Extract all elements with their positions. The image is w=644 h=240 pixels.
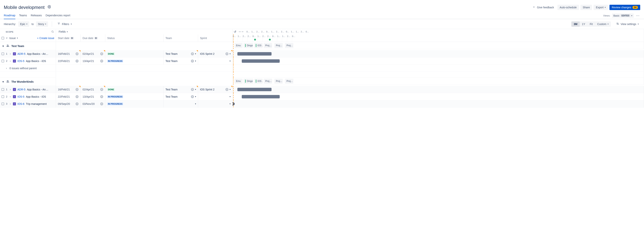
timeline-cell[interactable] [233, 100, 644, 107]
sprint-cell[interactable]: IOS Sprint 2✕▾ [198, 86, 233, 93]
share-button[interactable]: Share [580, 5, 592, 10]
chevron-right-icon[interactable]: › [9, 95, 12, 98]
select-all-checkbox[interactable] [2, 37, 4, 39]
zoom-fit[interactable]: Fit [588, 21, 595, 27]
sprint-cell[interactable]: ▾ [198, 100, 233, 107]
clear-icon[interactable]: ✕ [76, 59, 78, 62]
clear-icon[interactable]: ✕ [100, 59, 103, 62]
team-cell[interactable]: ▾ [164, 100, 198, 107]
status-cell[interactable]: DONE [105, 86, 164, 93]
chevron-down-icon[interactable]: ▾ [195, 96, 196, 98]
issue-summary[interactable]: App Basics - iOS [26, 95, 46, 98]
timeline-cell[interactable] [233, 57, 644, 65]
row-checkbox[interactable] [2, 95, 4, 98]
timeline-cell[interactable] [233, 50, 644, 57]
compress-icon[interactable]: →← [238, 29, 244, 34]
issue-row-scope[interactable]: 3 › IOS-6 Trip management [0, 100, 56, 107]
due-date-cell[interactable]: 13/Apr/21✕ [81, 93, 105, 100]
start-date-cell[interactable]: 22/Feb/21✕ [56, 93, 81, 100]
schedule-bar[interactable] [242, 95, 280, 98]
row-checkbox[interactable] [2, 103, 4, 105]
release-block[interactable]: Proj… [264, 79, 272, 84]
clear-icon[interactable]: ✕ [100, 52, 103, 55]
issue-column-dropdown[interactable]: Issue ▾ [9, 37, 18, 40]
clear-icon[interactable]: ✕ [226, 52, 228, 55]
start-date-cell[interactable]: 16/Feb/21✕ [56, 86, 81, 93]
hierarchy-to-select[interactable]: Story ▾ [36, 21, 48, 27]
chevron-down-icon[interactable]: ▾ [230, 96, 230, 98]
chevron-down-icon[interactable]: ▾ [2, 44, 4, 48]
issue-key[interactable]: IOS-5 [18, 95, 24, 98]
row-checkbox[interactable] [2, 88, 4, 91]
chevron-right-icon[interactable]: › [9, 52, 12, 55]
chevron-down-icon[interactable]: ▾ [230, 88, 230, 90]
status-cell[interactable]: IN PROGRESS [105, 57, 164, 65]
schedule-bar[interactable] [237, 52, 272, 55]
issue-key[interactable]: IOS-5 [18, 59, 24, 62]
status-cell[interactable]: IN PROGRESS [105, 93, 164, 100]
release-block[interactable]: Proj… [264, 43, 272, 48]
clear-icon[interactable]: ✕ [191, 95, 194, 98]
due-date-cell[interactable]: 02/Apr/21✕ [81, 50, 105, 57]
team-cell[interactable]: Test Team✕▾ [164, 57, 198, 65]
team-cell[interactable]: Test Team✕▾ [164, 50, 198, 57]
search-icon[interactable] [51, 30, 54, 33]
clear-icon[interactable]: ✕ [76, 88, 78, 91]
jump-to-bar-icon[interactable] [233, 102, 234, 106]
autoschedule-button[interactable]: Auto-schedule [558, 5, 579, 10]
create-issue-button[interactable]: + Create issue [37, 37, 54, 40]
tab-releases[interactable]: Releases [31, 12, 42, 19]
start-date-cell[interactable]: 22/Feb/21✕ [56, 57, 81, 65]
clear-icon[interactable]: ✕ [191, 52, 194, 55]
zoom-3m[interactable]: 3M [571, 21, 580, 27]
clear-icon[interactable]: ✕ [100, 88, 103, 91]
sprint-cell[interactable]: ▾ [198, 93, 233, 100]
hierarchy-from-select[interactable]: Epic ▾ [18, 21, 29, 27]
tab-teams[interactable]: Teams [19, 12, 27, 19]
issue-key[interactable]: ADR-5 [18, 88, 26, 91]
tab-dependencies[interactable]: Dependencies report [46, 12, 70, 19]
due-date-cell[interactable]: 02/Apr/21✕ [81, 86, 105, 93]
chevron-down-icon[interactable]: ▾ [230, 53, 230, 55]
timeline-cell[interactable] [233, 86, 644, 93]
issue-row-scope[interactable]: 2 › IOS-5 App Basics - iOS [0, 57, 56, 65]
issue-row-scope[interactable]: 1 › ADR-5 App Basics - An… [0, 86, 56, 93]
sprint-cell[interactable]: IOS Sprint 2✕▾ [198, 50, 233, 57]
undo-icon[interactable]: ↺ [234, 29, 236, 34]
chevron-right-icon[interactable]: › [9, 60, 12, 62]
start-date-cell[interactable]: 16/Feb/21✕ [56, 50, 81, 57]
schedule-bar[interactable] [237, 88, 272, 91]
group-header[interactable]: ▾ Test Team [0, 42, 56, 50]
due-date-cell[interactable]: 13/Apr/21✕ [81, 57, 105, 65]
issue-summary[interactable]: Trip management [26, 102, 47, 105]
chevron-right-icon[interactable]: › [9, 103, 12, 105]
issue-row-scope[interactable]: 1 › ADR-5 App Basics - An… [0, 50, 56, 57]
release-block[interactable]: IOS … [254, 79, 262, 84]
clear-icon[interactable]: ✕ [76, 102, 78, 105]
issue-summary[interactable]: App Basics - An… [27, 88, 48, 91]
due-date-cell[interactable]: 03/Nov/20✕ [81, 100, 105, 107]
gear-icon[interactable] [48, 5, 51, 9]
release-block[interactable]: Proj… [285, 43, 293, 48]
clear-icon[interactable]: ✕ [191, 88, 194, 91]
row-checkbox[interactable] [2, 52, 4, 55]
chevron-down-icon[interactable]: ▾ [195, 60, 196, 62]
issue-key[interactable]: IOS-6 [18, 102, 24, 105]
clear-icon[interactable]: ✕ [191, 59, 194, 62]
zoom-1y[interactable]: 1Y [580, 21, 588, 27]
clear-icon[interactable]: ✕ [226, 88, 228, 91]
team-cell[interactable]: Test Team✕▾ [164, 86, 198, 93]
chevron-down-icon[interactable]: ▾ [195, 103, 196, 105]
release-block[interactable]: Emu [234, 79, 242, 84]
chevron-right-icon[interactable]: › [9, 88, 12, 91]
chevron-down-icon[interactable]: ▾ [2, 80, 4, 83]
status-cell[interactable]: IN PROGRESS [105, 100, 164, 107]
chevron-right-icon[interactable]: › [5, 67, 8, 70]
chevron-down-icon[interactable]: ▾ [230, 60, 230, 62]
release-block[interactable]: Proj… [285, 79, 293, 84]
clear-icon[interactable]: ✕ [100, 102, 103, 105]
view-settings-button[interactable]: View settings ▾ [614, 21, 640, 27]
clear-icon[interactable]: ✕ [76, 52, 78, 55]
group-header[interactable]: ▾ The Wunderkinds [0, 77, 56, 86]
review-changes-button[interactable]: Review changes 34 [610, 5, 640, 10]
